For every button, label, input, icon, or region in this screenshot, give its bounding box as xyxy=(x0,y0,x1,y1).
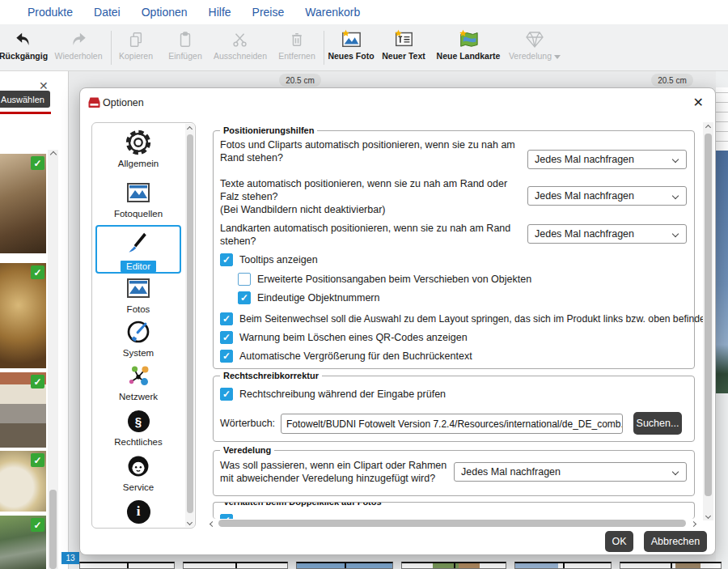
scroll-up-icon[interactable] xyxy=(48,150,58,159)
nav-item-info[interactable]: i xyxy=(92,497,184,526)
chevron-down-icon xyxy=(672,231,679,237)
ok-button[interactable]: OK xyxy=(605,531,633,552)
section-doubleclick: Verhalten beim Doppelklick auf Fotos ✓ xyxy=(213,502,695,519)
object-numbers-checkbox[interactable]: ✓ xyxy=(238,291,251,304)
options-nav-scrollbar[interactable] xyxy=(185,124,194,527)
menu-warenkorb[interactable]: Warenkorb xyxy=(305,6,360,19)
chevron-down-icon xyxy=(672,193,679,199)
toolbar-undo-button[interactable]: Rückgängig xyxy=(0,28,47,68)
toolbar: Rückgängig Wiederholen Kopieren Einfügen… xyxy=(0,24,728,71)
section-legend: Verhalten beim Doppelklick auf Fotos xyxy=(220,502,385,507)
extended-position-checkbox[interactable]: ✓ xyxy=(238,273,251,286)
paintbrush-icon xyxy=(125,230,151,259)
options-content-hscrollbar[interactable] xyxy=(207,519,699,529)
checkbox-row-spellcheck: ✓ Rechtschreibung während der Eingabe pr… xyxy=(220,387,446,401)
nav-item-fotoquellen[interactable]: Fotoquellen xyxy=(92,178,184,219)
qr-delete-warning-checkbox[interactable]: ✓ xyxy=(220,331,233,344)
menu-hilfe[interactable]: Hilfe xyxy=(209,6,231,19)
photo-list-scrollbar[interactable] xyxy=(48,150,58,569)
photo-source-icon xyxy=(126,178,150,207)
checkbox-row-qr-warning: ✓ Warnung beim Löschen eines QR-Codes an… xyxy=(220,330,468,344)
toolbar-label: Veredelung xyxy=(509,51,561,61)
toolbar-new-text-button[interactable]: Neuer Text xyxy=(379,28,429,68)
photo-thumbnail-food[interactable]: ✓ xyxy=(0,451,46,512)
section-legend: Rechtschreibkorrektur xyxy=(220,371,322,380)
scrollbar-thumb[interactable] xyxy=(187,134,193,513)
setting-question: Fotos und Cliparts automatisch positioni… xyxy=(220,138,529,164)
photo-thumbnail-fountain[interactable]: ✓ xyxy=(0,372,46,448)
toolbar-delete-button[interactable]: Entfernen xyxy=(273,28,320,68)
photos-positioning-dropdown[interactable]: Jedes Mal nachfragen xyxy=(527,150,687,169)
check-icon: ✓ xyxy=(222,333,231,342)
nav-label: Rechtliches xyxy=(114,437,162,447)
select-photos-button[interactable]: Auswählen xyxy=(0,91,50,108)
new-photo-icon xyxy=(341,28,362,49)
nav-item-allgemein[interactable]: Allgemein xyxy=(92,128,184,168)
canvas-grid xyxy=(716,87,728,151)
cancel-button[interactable]: Abbrechen xyxy=(644,531,707,552)
options-content-vscrollbar[interactable] xyxy=(703,122,713,520)
page-spread-thumbnail[interactable] xyxy=(296,562,393,569)
photo-thumbnail-altar[interactable]: ✓ xyxy=(0,263,46,368)
page-spread-thumbnail[interactable] xyxy=(79,562,175,569)
nav-item-netzwerk[interactable]: Netzwerk xyxy=(92,361,184,401)
toolbar-separator xyxy=(324,31,324,65)
page-spread-thumbnail[interactable] xyxy=(514,562,612,569)
nav-item-service[interactable]: Service xyxy=(92,452,184,492)
toolbar-paste-button[interactable]: Einfügen xyxy=(163,28,207,68)
nav-item-rechtliches[interactable]: § Rechtliches xyxy=(92,406,184,447)
nav-label: Fotos xyxy=(127,304,150,314)
scrollbar-thumb[interactable] xyxy=(705,134,712,496)
page-spread-thumbnail[interactable] xyxy=(183,562,288,569)
menu-produkte[interactable]: Produkte xyxy=(28,6,73,19)
scroll-up-icon[interactable] xyxy=(185,124,194,134)
toolbar-redo-button[interactable]: Wiederholen xyxy=(50,28,107,68)
scroll-down-icon[interactable] xyxy=(703,511,713,520)
page-change-layout-checkbox[interactable]: ✓ xyxy=(220,312,233,325)
menu-datei[interactable]: Datei xyxy=(94,6,121,19)
menu-optionen[interactable]: Optionen xyxy=(142,6,188,19)
new-map-icon xyxy=(458,28,479,49)
toolbar-finishing-button[interactable]: Veredelung xyxy=(506,28,563,68)
maps-positioning-dropdown[interactable]: Jedes Mal nachfragen xyxy=(527,224,687,244)
nav-item-system[interactable]: System xyxy=(92,317,184,358)
scrollbar-thumb[interactable] xyxy=(49,490,57,569)
scroll-left-icon[interactable] xyxy=(207,519,218,529)
toolbar-label: Wiederholen xyxy=(55,51,103,61)
check-icon: ✓ xyxy=(222,255,231,265)
panel-active-underline xyxy=(0,112,51,114)
dictionary-label: Wörterbuch: xyxy=(220,417,275,430)
scrollbar-thumb[interactable] xyxy=(218,520,686,527)
nav-item-editor[interactable]: Editor xyxy=(95,225,181,274)
spine-text-zoom-checkbox[interactable]: ✓ xyxy=(220,350,233,363)
page-spread-thumbnail[interactable] xyxy=(620,562,722,569)
dictionary-search-button[interactable]: Suchen... xyxy=(633,412,682,435)
page-spread-thumbnail[interactable] xyxy=(401,562,506,569)
nav-item-fotos[interactable]: Fotos xyxy=(92,274,184,314)
toolbar-new-map-button[interactable]: Neue Landkarte xyxy=(436,28,501,68)
tooltips-checkbox[interactable]: ✓ xyxy=(220,253,233,266)
dictionary-path-input[interactable]: Fotowelt/BUDNI Fotowelt Version 7.2.4/Re… xyxy=(281,414,623,434)
texts-positioning-dropdown[interactable]: Jedes Mal nachfragen xyxy=(527,186,687,206)
options-nav: Allgemein Fotoquellen Editor Fotos Syste… xyxy=(91,122,196,529)
scissors-icon xyxy=(231,28,249,49)
scroll-up-icon[interactable] xyxy=(703,122,713,132)
page-strip xyxy=(79,562,728,569)
spellcheck-checkbox[interactable]: ✓ xyxy=(220,388,233,401)
finishing-dropdown[interactable]: Jedes Mal nachfragen xyxy=(454,462,687,482)
toolbar-copy-button[interactable]: Kopieren xyxy=(115,28,157,68)
selected-check-icon: ✓ xyxy=(31,375,44,389)
section-positioning: Positionierungshilfen Fotos und Cliparts… xyxy=(213,130,695,369)
dialog-close-icon[interactable]: ✕ xyxy=(693,95,704,110)
menu-preise[interactable]: Preise xyxy=(252,6,285,19)
checkbox-row-object-numbers: ✓ Eindeutige Objektnummern xyxy=(238,291,379,304)
toolbar-new-photo-button[interactable]: Neues Foto xyxy=(328,28,375,68)
scroll-right-icon[interactable] xyxy=(688,519,699,529)
dropdown-value: Jedes Mal nachfragen xyxy=(535,228,634,240)
toolbar-cut-button[interactable]: Ausschneiden xyxy=(212,28,269,68)
photo-thumbnail-stream[interactable]: ✓ xyxy=(0,516,46,569)
photo-thumbnail-church-vault[interactable]: ✓ xyxy=(0,154,46,253)
undo-icon xyxy=(15,28,32,49)
selected-check-icon: ✓ xyxy=(31,156,44,170)
scroll-down-icon[interactable] xyxy=(185,517,194,527)
